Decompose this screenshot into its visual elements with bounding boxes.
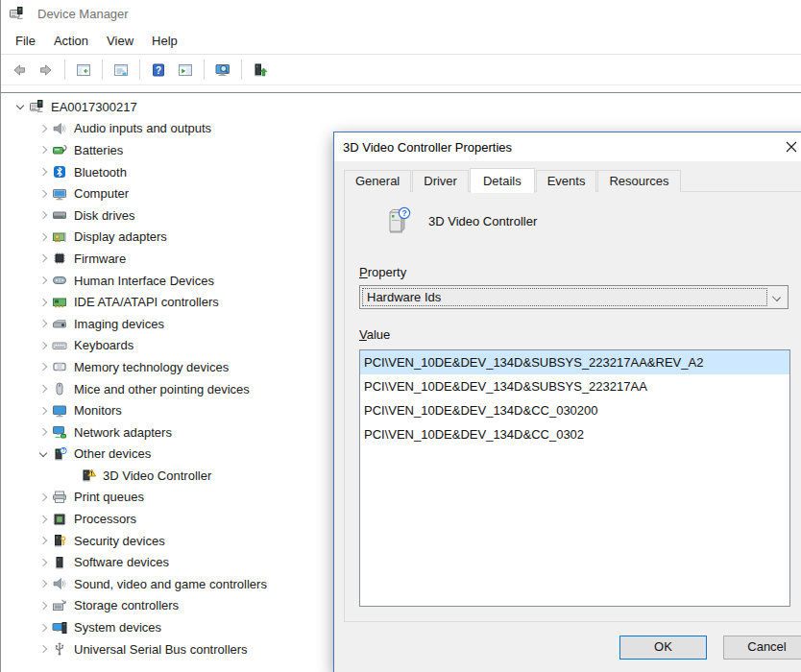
tree-item-label: EA0017300217: [51, 100, 137, 114]
svg-text:?: ?: [401, 208, 407, 218]
tree-item-label: Imaging devices: [74, 317, 164, 331]
help-icon: ?: [151, 62, 166, 78]
chevron-down-icon[interactable]: [767, 286, 788, 308]
menu-action[interactable]: Action: [54, 34, 88, 48]
disk-icon: [52, 207, 68, 223]
device-name: 3D Video Controller: [428, 214, 537, 228]
memory-icon: [52, 359, 68, 374]
other-device-icon: ?: [52, 446, 68, 462]
value-list-item[interactable]: PCI\VEN_10DE&DEV_134D&CC_030200: [360, 398, 789, 422]
svg-text:?: ?: [61, 447, 64, 453]
chevron-down-icon[interactable]: [36, 446, 52, 462]
cancel-button[interactable]: Cancel: [723, 636, 801, 660]
back-button[interactable]: [6, 59, 33, 82]
close-icon: [786, 141, 797, 153]
tab-general[interactable]: General: [344, 170, 411, 192]
tree-item-label: Keyboards: [74, 338, 134, 352]
menu-file[interactable]: File: [15, 34, 36, 48]
value-list-item[interactable]: PCI\VEN_10DE&DEV_134D&SUBSYS_223217AA: [360, 374, 789, 398]
window-title: Device Manager: [37, 7, 129, 21]
chevron-right-icon[interactable]: [36, 490, 52, 505]
chevron-right-icon[interactable]: [36, 555, 52, 570]
tree-item-label: Computer: [74, 186, 129, 201]
chevron-right-icon[interactable]: [36, 251, 52, 266]
menu-view[interactable]: View: [107, 34, 134, 48]
chevron-right-icon[interactable]: [36, 338, 52, 353]
property-dropdown[interactable]: Hardware Ids: [359, 285, 789, 309]
firmware-icon: [52, 251, 68, 266]
chevron-right-icon[interactable]: [36, 273, 52, 288]
chevron-right-icon[interactable]: [36, 512, 52, 527]
tree-item-label: Print queues: [74, 490, 144, 504]
value-listbox[interactable]: PCI\VEN_10DE&DEV_134D&SUBSYS_223217AA&RE…: [359, 349, 790, 607]
tree-item-label: Security devices: [74, 534, 165, 548]
warning-device-icon: [81, 468, 97, 483]
close-button[interactable]: [771, 132, 801, 161]
chevron-right-icon[interactable]: [36, 295, 52, 310]
device-icon: ?: [382, 205, 413, 236]
chevron-right-icon[interactable]: [36, 207, 52, 223]
value-list-item[interactable]: PCI\VEN_10DE&DEV_134D&SUBSYS_223217AA&RE…: [360, 350, 789, 374]
console-tree-icon: [76, 62, 91, 78]
chevron-down-icon[interactable]: [12, 99, 29, 114]
tree-item-label: Firmware: [74, 252, 126, 266]
show-console-tree-button[interactable]: [70, 59, 97, 82]
back-arrow-icon: [12, 62, 27, 78]
chevron-right-icon[interactable]: [36, 359, 52, 374]
value-list-item[interactable]: PCI\VEN_10DE&DEV_134D&CC_0302: [360, 422, 789, 446]
forward-button[interactable]: [33, 59, 60, 82]
ok-button[interactable]: OK: [619, 636, 707, 660]
scan-hardware-button[interactable]: [209, 59, 236, 82]
chevron-right-icon[interactable]: [36, 229, 52, 245]
toolbar: ?: [1, 54, 801, 85]
chevron-right-icon[interactable]: [36, 381, 52, 396]
details-tab-page: ? 3D Video Controller Property Hardware …: [344, 191, 801, 622]
mouse-icon: [52, 381, 68, 396]
action-pane-button[interactable]: [172, 59, 199, 82]
chevron-right-icon[interactable]: [36, 403, 52, 419]
chevron-right-icon[interactable]: [36, 620, 52, 636]
keyboard-icon: [52, 338, 68, 353]
chevron-right-icon[interactable]: [36, 316, 52, 331]
menu-bar: FileActionViewHelp: [1, 27, 801, 54]
chevron-right-icon[interactable]: [36, 164, 52, 180]
tree-item-label: Processors: [74, 512, 136, 526]
device-manager-icon: [9, 6, 25, 21]
ide-icon: [52, 295, 68, 310]
update-driver-button[interactable]: [247, 59, 274, 82]
tree-item-label: System devices: [74, 620, 161, 635]
tree-item-label: Network adapters: [74, 425, 172, 440]
action-pane-icon: [178, 62, 193, 78]
imaging-icon: [52, 316, 68, 331]
property-selected-value: Hardware Ids: [362, 288, 767, 306]
chevron-right-icon[interactable]: [36, 186, 52, 202]
tree-item-ea0017300217[interactable]: EA0017300217: [1, 96, 801, 118]
tab-events[interactable]: Events: [536, 170, 597, 192]
toolbar-separator: [102, 60, 103, 80]
chevron-right-icon[interactable]: [36, 142, 52, 157]
chevron-right-icon[interactable]: [36, 641, 52, 657]
scan-hardware-icon: [215, 62, 231, 78]
tree-item-label: Other devices: [74, 446, 151, 461]
chevron-right-icon[interactable]: [36, 121, 52, 136]
dialog-title: 3D Video Controller Properties: [343, 140, 512, 155]
properties-button[interactable]: [108, 59, 134, 82]
tree-item-label: Software devices: [74, 555, 169, 569]
window-titlebar: Device Manager: [1, 0, 801, 27]
chevron-right-icon[interactable]: [36, 533, 52, 548]
tree-item-label: Audio inputs and outputs: [74, 121, 211, 135]
tab-details[interactable]: Details: [470, 168, 535, 193]
tree-item-label: Sound, video and game controllers: [74, 577, 267, 591]
chevron-right-icon[interactable]: [36, 598, 52, 613]
software-icon: [52, 555, 68, 570]
toolbar-separator: [139, 60, 140, 80]
dialog-titlebar: 3D Video Controller Properties: [334, 132, 801, 161]
tab-resources[interactable]: Resources: [597, 170, 680, 192]
device-header: ? 3D Video Controller: [382, 205, 537, 236]
menu-help[interactable]: Help: [152, 34, 178, 48]
tree-item-label: Storage controllers: [74, 598, 179, 612]
tab-driver[interactable]: Driver: [412, 170, 469, 192]
chevron-right-icon[interactable]: [36, 424, 52, 440]
chevron-right-icon[interactable]: [36, 576, 52, 591]
help-button[interactable]: ?: [145, 59, 172, 82]
